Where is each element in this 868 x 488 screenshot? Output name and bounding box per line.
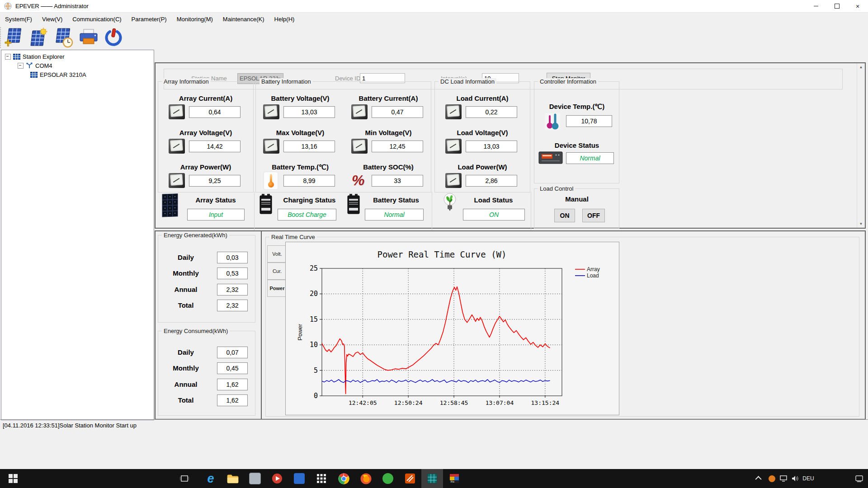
con-total-value: 1,62 — [217, 394, 248, 406]
tab-cur[interactable]: Cur. — [267, 263, 287, 280]
taskbar-media-player[interactable] — [266, 469, 288, 488]
toolbar: + ⚡ — [4, 26, 124, 49]
tray-volume[interactable] — [789, 469, 801, 488]
tree-item-station-explorer[interactable]: Station Explorer — [5, 52, 65, 61]
menu-communication[interactable]: Communication(C) — [67, 13, 126, 26]
menu-help[interactable]: Help(H) — [269, 13, 300, 26]
tray-chevron-up[interactable] — [753, 469, 765, 488]
start-button[interactable] — [0, 469, 26, 488]
tree-item-com4[interactable]: COM4 — [18, 61, 52, 70]
task-view-icon — [180, 475, 189, 482]
con-annual-value: 1,62 — [217, 379, 248, 390]
svg-text:12:42:05: 12:42:05 — [349, 399, 377, 406]
tray-language[interactable]: DEU — [801, 469, 816, 488]
group-title: Energy Generated(kWh) — [162, 232, 229, 239]
load-on-button[interactable]: ON — [554, 209, 575, 222]
folder-icon — [227, 474, 239, 483]
menu-bar: System(F) View(V) Communication(C) Param… — [0, 13, 868, 26]
taskbar-epever-app-active[interactable] — [421, 469, 443, 488]
load-control-group: Load Control Manual ON OFF — [534, 188, 619, 229]
collapse-icon[interactable] — [18, 63, 24, 69]
array-status-label: Array Status — [186, 196, 245, 204]
load-power-label: Load Power(W) — [446, 163, 519, 171]
taskbar-chrome[interactable] — [333, 469, 354, 488]
taskbar-app-grid[interactable] — [311, 469, 332, 488]
svg-text:15: 15 — [310, 315, 318, 324]
battery-voltage-label: Battery Voltage(V) — [264, 94, 336, 102]
solar-station-icon: ⚡ — [28, 27, 49, 48]
tray-app-orange[interactable] — [766, 469, 778, 488]
add-station-button[interactable]: + — [4, 27, 24, 48]
battery-soc-value: 33 — [372, 175, 423, 187]
menu-parameter[interactable]: Parameter(P) — [127, 13, 172, 26]
taskbar-edge[interactable]: e — [200, 469, 222, 488]
gen-total-label: Total — [165, 301, 206, 309]
con-daily-value: 0,07 — [217, 347, 248, 358]
vertical-scrollbar[interactable]: ▲ ▼ — [857, 63, 865, 228]
windows-logo-icon — [9, 474, 18, 483]
collapse-icon[interactable] — [5, 54, 11, 60]
print-button[interactable] — [78, 27, 99, 48]
battery-voltage-value: 13,03 — [283, 106, 335, 118]
device-temp-label: Device Temp.(℃) — [541, 103, 613, 111]
task-view-button[interactable] — [175, 469, 193, 488]
meter-icon — [351, 104, 368, 119]
firefox-icon — [360, 473, 372, 484]
svg-text:+: + — [5, 36, 12, 48]
menu-maintenance[interactable]: Maintenance(K) — [218, 13, 269, 26]
group-title: Energy Consumed(kWh) — [162, 328, 230, 334]
svg-text:12:50:24: 12:50:24 — [394, 399, 423, 406]
solar-station-button[interactable]: ⚡ — [28, 27, 49, 48]
taskbar-app-green[interactable] — [377, 469, 399, 488]
power-icon — [103, 27, 124, 48]
meter-icon — [445, 173, 462, 188]
menu-view[interactable]: View(V) — [37, 13, 67, 26]
device-status-text: Normal — [580, 155, 600, 162]
load-voltage-label: Load Voltage(V) — [446, 129, 519, 136]
array-information-group: Array Information Array Current(A) 0,64 … — [158, 81, 254, 192]
tray-network[interactable] — [778, 469, 789, 488]
minimize-button[interactable] — [806, 0, 826, 12]
scroll-up-arrow[interactable]: ▲ — [857, 63, 865, 71]
taskbar-fix-app[interactable]: Fix — [443, 469, 465, 488]
tree-item-epsolar-3210a[interactable]: EPSOLAR 3210A — [30, 70, 86, 79]
gen-monthly-label: Monthly — [165, 269, 206, 277]
taskbar-app-gray[interactable] — [244, 469, 266, 488]
array-power-value: 9,25 — [189, 175, 241, 187]
dc-load-information-group: DC Load Information Load Current(A) 0,22… — [434, 81, 530, 192]
battery-temp-label: Battery Temp.(℃) — [264, 163, 336, 171]
taskbar-file-explorer[interactable] — [222, 469, 244, 488]
speaker-icon — [792, 475, 799, 482]
menu-system[interactable]: System(F) — [0, 13, 37, 26]
gray-app-icon — [249, 473, 261, 484]
max-voltage-label: Max Voltage(V) — [264, 129, 336, 136]
tree-label: EPSOLAR 3210A — [40, 71, 86, 78]
taskbar-app-blue[interactable] — [288, 469, 310, 488]
group-title: Battery Information — [259, 78, 313, 85]
array-status-value: Input — [187, 209, 245, 221]
min-voltage-label: Min Voltage(V) — [352, 129, 425, 136]
maximize-button[interactable] — [826, 0, 847, 12]
taskbar-app-orange[interactable] — [399, 469, 421, 488]
gen-annual-value: 2,32 — [217, 284, 248, 296]
meter-icon — [445, 139, 462, 154]
close-button[interactable]: × — [847, 0, 868, 12]
con-daily-label: Daily — [165, 348, 206, 356]
scroll-down-arrow[interactable]: ▼ — [857, 220, 865, 228]
controller-device-icon — [538, 150, 563, 165]
tray-notifications[interactable] — [851, 469, 867, 488]
load-off-button[interactable]: OFF — [582, 209, 605, 222]
exit-power-button[interactable] — [103, 27, 124, 48]
taskbar-firefox[interactable] — [355, 469, 377, 488]
svg-text:13:07:04: 13:07:04 — [486, 399, 514, 406]
group-title: Load Control — [538, 185, 575, 192]
con-monthly-value: 0,45 — [217, 362, 248, 374]
solar-panel-icon — [161, 192, 179, 218]
status-bar-divider — [0, 419, 868, 420]
station-timer-button[interactable] — [53, 27, 74, 48]
menu-monitoring[interactable]: Monitoring(M) — [172, 13, 218, 26]
tab-power[interactable]: Power — [267, 280, 287, 297]
tab-volt[interactable]: Volt. — [267, 245, 287, 263]
notification-icon — [855, 475, 863, 482]
load-voltage-value: 13,03 — [466, 141, 517, 152]
